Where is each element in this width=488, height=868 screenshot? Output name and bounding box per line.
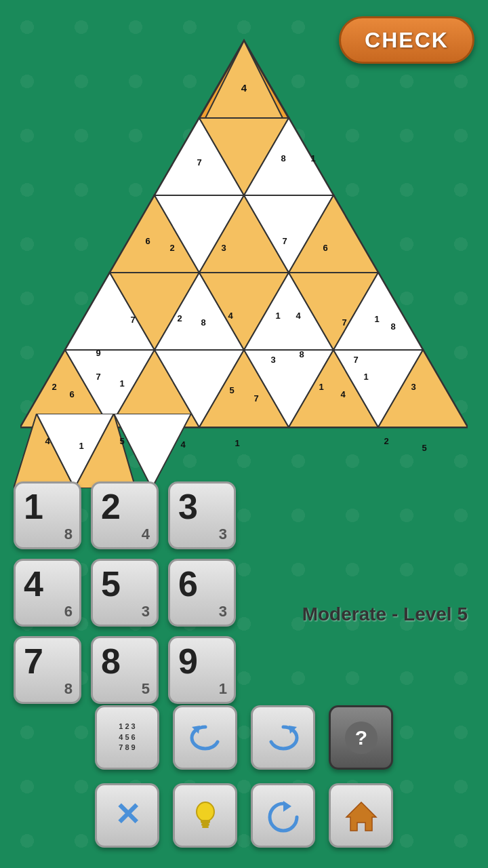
bottom-row-area: 4 1 5 4 1 2 5 [0, 414, 488, 465]
cell-r4-5[interactable]: 7 [342, 317, 346, 328]
home-button[interactable] [329, 783, 393, 848]
num-9-main: 9 [178, 644, 198, 679]
cell-r5-1b[interactable]: 6 [69, 389, 74, 399]
num-btn-5[interactable]: 5 3 [91, 559, 159, 627]
r6-n1[interactable]: 4 [45, 436, 50, 446]
num-5-main: 5 [101, 566, 121, 601]
cell-r3-3[interactable]: 3 [221, 243, 226, 253]
cell-r3-5b[interactable]: 6 [323, 243, 327, 253]
redo-icon [264, 719, 302, 757]
svg-marker-41 [346, 802, 376, 831]
svg-rect-38 [201, 823, 209, 826]
help-icon: ? [342, 719, 380, 757]
cell-r5-7b[interactable]: 4 [340, 389, 346, 399]
num-4-main: 4 [24, 566, 43, 601]
level-text: Moderate - Level 5 [302, 604, 468, 625]
triangle-container: 4 7 [20, 20, 468, 441]
cell-r5-7a[interactable]: 1 [319, 382, 323, 392]
action-row-1: 1 2 3 4 5 6 7 8 9 ? [0, 705, 488, 770]
r6-n7[interactable]: 5 [422, 443, 426, 453]
cell-r5-1a[interactable]: 2 [52, 382, 56, 392]
cell-r5-5b[interactable]: 7 [253, 393, 258, 403]
undo-icon [186, 719, 224, 757]
cell-r3-1a[interactable]: 6 [145, 236, 150, 246]
cell-r4-4a[interactable]: 1 [275, 311, 280, 321]
restart-button[interactable] [251, 783, 315, 848]
num-1-sub: 8 [64, 526, 73, 543]
home-icon [342, 797, 380, 835]
hint-button[interactable] [173, 783, 237, 848]
notes-grid-icon: 1 2 3 4 5 6 7 8 9 [119, 722, 135, 753]
level-label: Moderate - Level 5 [302, 604, 468, 625]
r6-n2[interactable]: 1 [79, 441, 83, 451]
cell-r3-1b[interactable]: 2 [169, 243, 174, 253]
num-4-sub: 6 [64, 603, 73, 620]
cell-r2-3b[interactable]: 1 [310, 153, 315, 163]
svg-marker-40 [283, 801, 291, 812]
num-1-main: 1 [24, 489, 43, 524]
num-3-main: 3 [178, 489, 198, 524]
num-5-sub: 3 [142, 603, 150, 620]
puzzle-area: 4 7 [0, 20, 488, 441]
num-btn-2[interactable]: 2 4 [91, 481, 159, 549]
num-9-sub: 1 [219, 680, 227, 698]
cell-r2-1[interactable]: 7 [197, 157, 201, 167]
clear-button[interactable]: ✕ [95, 783, 159, 848]
cell-r5-9a[interactable]: 3 [411, 382, 415, 392]
num-btn-8[interactable]: 8 5 [91, 636, 159, 704]
num-btn-1[interactable]: 1 8 [14, 481, 81, 549]
r5-extra1[interactable]: 3 [270, 355, 275, 365]
cell-r4-4b[interactable]: 4 [296, 311, 301, 321]
num-7-main: 7 [24, 644, 43, 679]
r5-extra2[interactable]: 8 [299, 349, 304, 359]
num-8-sub: 5 [142, 680, 150, 698]
row5-numbers-svg: 3 8 7 9 [20, 336, 468, 376]
restart-icon [264, 797, 302, 835]
cell-r4-3b[interactable]: 4 [228, 311, 233, 321]
r6-n6[interactable]: 2 [384, 436, 388, 446]
number-pad: 1 8 2 4 3 3 4 6 5 3 6 3 7 8 8 5 9 1 [7, 475, 243, 711]
num-btn-9[interactable]: 9 1 [168, 636, 236, 704]
svg-text:✕: ✕ [114, 797, 140, 832]
r5-left-9[interactable]: 9 [96, 348, 100, 358]
cell-r4-7[interactable]: 8 [390, 321, 395, 332]
notes-button[interactable]: 1 2 3 4 5 6 7 8 9 [95, 705, 159, 770]
svg-marker-2 [205, 41, 283, 118]
clear-icon: ✕ [108, 797, 146, 835]
undo-button[interactable] [173, 705, 237, 770]
num-btn-3[interactable]: 3 3 [168, 481, 236, 549]
num-6-main: 6 [178, 566, 198, 601]
hint-icon [186, 797, 224, 835]
row5-overlay: 3 8 7 9 [0, 336, 488, 376]
svg-point-36 [197, 802, 214, 821]
redo-button[interactable] [251, 705, 315, 770]
cell-r5-2b[interactable]: 1 [119, 378, 124, 389]
cell-r4-3a[interactable]: 8 [201, 317, 205, 328]
num-btn-7[interactable]: 7 8 [14, 636, 81, 704]
cell-r4-3c[interactable]: 2 [177, 313, 182, 323]
help-button[interactable]: ? [329, 705, 393, 770]
num-btn-4[interactable]: 4 6 [14, 559, 81, 627]
num-2-main: 2 [101, 489, 121, 524]
cell-r5-5a[interactable]: 5 [229, 385, 234, 395]
cell-r4-6a[interactable]: 1 [374, 314, 379, 324]
num-3-sub: 3 [219, 526, 227, 543]
svg-text:?: ? [354, 726, 367, 749]
svg-rect-39 [202, 826, 209, 828]
cell-r2-3[interactable]: 8 [281, 153, 285, 163]
bottom-row-numbers-svg: 4 1 5 4 1 2 5 [20, 414, 468, 465]
num-2-sub: 4 [142, 526, 150, 543]
puzzle-svg: 4 7 [20, 20, 468, 441]
cell-r4-2[interactable]: 7 [130, 315, 135, 325]
action-row-2: ✕ [0, 783, 488, 848]
r5-extra3[interactable]: 7 [353, 355, 358, 365]
cell-r3-5a[interactable]: 7 [282, 236, 287, 246]
r6-n5[interactable]: 1 [235, 438, 239, 448]
svg-rect-37 [201, 820, 210, 823]
r6-n4[interactable]: 4 [180, 439, 186, 450]
num-btn-6[interactable]: 6 3 [168, 559, 236, 627]
num-6-sub: 3 [219, 603, 227, 620]
num-7-sub: 8 [64, 680, 73, 698]
r6-n3[interactable]: 5 [119, 436, 124, 446]
cell-r1-1[interactable]: 4 [241, 82, 247, 94]
